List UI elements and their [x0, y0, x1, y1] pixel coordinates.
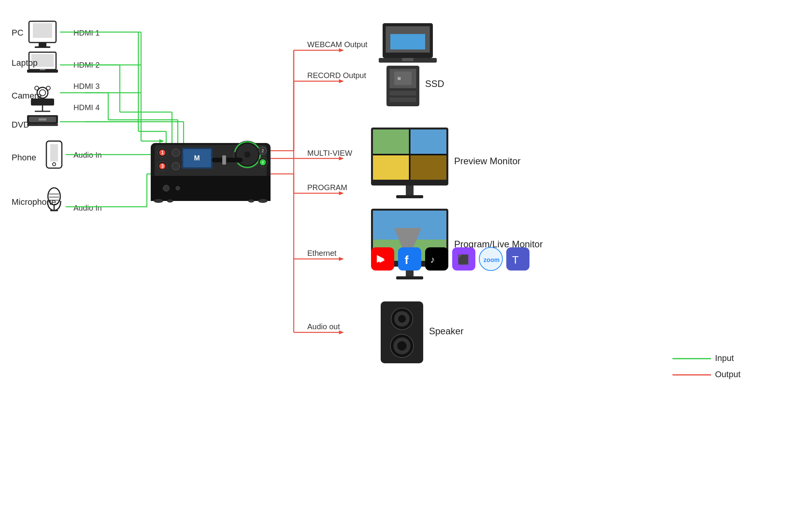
svg-text:Output: Output: [715, 369, 741, 379]
svg-text:M: M: [194, 154, 200, 162]
svg-marker-120: [339, 330, 344, 334]
svg-text:Laptop: Laptop: [12, 58, 37, 68]
svg-rect-174: [506, 247, 529, 271]
svg-rect-128: [386, 26, 430, 53]
svg-text:▶: ▶: [380, 256, 385, 264]
svg-rect-147: [371, 209, 448, 267]
svg-rect-129: [390, 34, 425, 49]
svg-rect-166: [398, 247, 421, 271]
svg-text:Audio out: Audio out: [307, 322, 340, 331]
svg-rect-141: [410, 129, 446, 154]
svg-point-161: [397, 341, 407, 351]
svg-text:2: 2: [262, 149, 264, 153]
svg-rect-5: [31, 54, 54, 67]
svg-rect-16: [29, 117, 56, 122]
svg-marker-64: [182, 144, 186, 149]
svg-rect-150: [373, 240, 446, 261]
svg-point-98: [176, 186, 180, 190]
svg-rect-163: [371, 247, 394, 271]
svg-text:WEBCAM Output: WEBCAM Output: [307, 40, 368, 49]
svg-rect-127: [383, 23, 433, 58]
svg-rect-135: [390, 97, 416, 102]
svg-text:HDMI 1: HDMI 1: [73, 29, 100, 37]
svg-rect-94: [212, 158, 243, 162]
svg-text:Audio In: Audio In: [73, 151, 102, 159]
svg-rect-131: [402, 58, 414, 61]
svg-rect-96: [151, 176, 271, 201]
svg-rect-145: [396, 195, 423, 198]
svg-marker-56: [170, 144, 174, 149]
svg-text:Program/Live Monitor: Program/Live Monitor: [454, 239, 543, 249]
svg-rect-0: [29, 21, 56, 43]
svg-rect-149: [373, 211, 446, 261]
svg-text:♪: ♪: [430, 254, 435, 265]
svg-rect-143: [410, 155, 446, 180]
svg-point-9: [39, 90, 46, 96]
svg-rect-20: [50, 144, 58, 162]
svg-rect-18: [39, 118, 46, 121]
svg-text:3: 3: [161, 163, 164, 169]
svg-rect-83: [183, 149, 211, 167]
svg-rect-19: [46, 141, 62, 168]
svg-text:T: T: [512, 254, 519, 266]
svg-point-85: [234, 141, 261, 168]
svg-point-159: [390, 334, 414, 357]
svg-marker-51: [164, 144, 168, 149]
svg-point-75: [159, 150, 165, 156]
svg-marker-71: [157, 172, 162, 176]
svg-text:HDMI 4: HDMI 4: [73, 103, 100, 112]
page-title: [0, 0, 812, 514]
svg-point-78: [159, 163, 165, 169]
svg-point-80: [172, 149, 180, 157]
svg-point-91: [258, 158, 267, 167]
svg-text:Preview Monitor: Preview Monitor: [454, 156, 521, 166]
svg-rect-72: [151, 143, 271, 201]
svg-point-102: [248, 199, 254, 203]
svg-marker-61: [176, 144, 180, 149]
svg-point-97: [163, 185, 169, 191]
svg-text:MULTI-VIEW: MULTI-VIEW: [307, 149, 352, 157]
svg-text:PROGRAM: PROGRAM: [307, 183, 347, 192]
svg-point-157: [394, 311, 410, 327]
svg-point-74: [158, 148, 167, 157]
svg-point-89: [259, 147, 267, 155]
svg-text:Phone: Phone: [12, 153, 36, 162]
svg-rect-139: [373, 129, 446, 180]
svg-rect-6: [27, 70, 58, 73]
svg-marker-47: [159, 139, 164, 143]
svg-rect-15: [27, 115, 58, 124]
svg-text:HDMI 3: HDMI 3: [73, 82, 100, 90]
svg-marker-109: [339, 79, 344, 83]
svg-point-156: [391, 308, 413, 330]
svg-point-22: [48, 188, 60, 205]
svg-rect-152: [406, 267, 414, 276]
svg-marker-118: [339, 257, 344, 261]
svg-point-158: [398, 315, 406, 323]
svg-point-99: [154, 199, 163, 203]
svg-point-87: [244, 151, 250, 158]
svg-rect-132: [386, 66, 419, 106]
svg-rect-172: [479, 247, 502, 271]
svg-point-88: [235, 142, 260, 167]
svg-point-86: [237, 144, 258, 165]
svg-rect-144: [406, 186, 414, 195]
svg-marker-151: [394, 228, 421, 261]
svg-text:■: ■: [397, 75, 401, 82]
svg-marker-67: [157, 153, 162, 157]
svg-text:4: 4: [262, 160, 264, 165]
svg-point-21: [53, 163, 56, 166]
svg-rect-136: [394, 71, 412, 85]
svg-rect-3: [35, 46, 50, 48]
svg-rect-17: [27, 124, 58, 126]
svg-text:⬛: ⬛: [458, 254, 469, 265]
svg-marker-115: [339, 191, 344, 195]
svg-text:Ethernet: Ethernet: [307, 249, 337, 257]
svg-rect-155: [381, 301, 423, 363]
svg-text:HDMI 2: HDMI 2: [73, 61, 100, 69]
svg-rect-82: [182, 148, 213, 169]
svg-rect-142: [373, 155, 409, 180]
svg-text:1: 1: [161, 150, 164, 155]
svg-point-81: [172, 162, 180, 170]
svg-text:RECORD Output: RECORD Output: [307, 71, 366, 80]
svg-rect-168: [425, 247, 448, 271]
